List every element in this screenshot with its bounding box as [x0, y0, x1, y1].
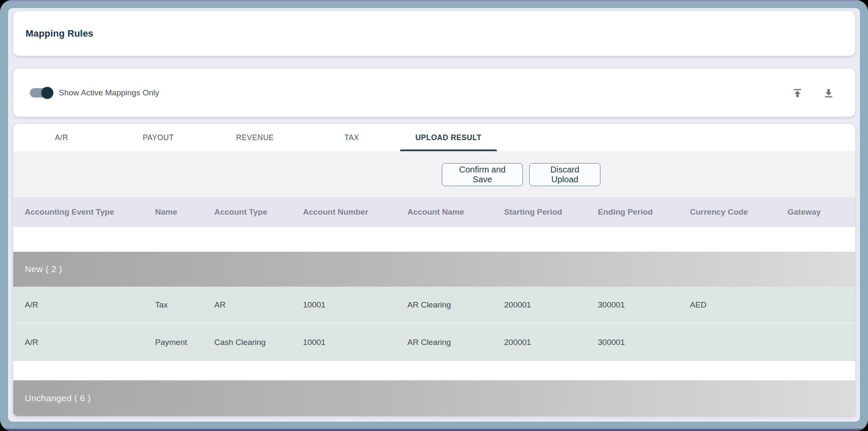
col-accounting-event-type: Accounting Event Type [25, 207, 155, 217]
table-spacer [13, 361, 855, 380]
tab-upload-result-label: UPLOAD RESULT [415, 133, 482, 142]
table-row: A/R Payment Cash Clearing 10001 AR Clear… [13, 323, 855, 361]
confirm-and-save-button[interactable]: Confirm and Save [442, 163, 523, 186]
main-card: A/R PAYOUT REVENUE TAX UPLOAD RESULT Con… [13, 124, 855, 416]
frame-top-edge [0, 0, 868, 1]
tab-payout-label: PAYOUT [143, 133, 174, 142]
col-starting-period: Starting Period [504, 207, 598, 217]
group-unchanged-label: Unchanged ( 6 ) [25, 393, 91, 403]
cell-ending-period: 300001 [598, 300, 690, 310]
table-header-row: Accounting Event Type Name Account Type … [13, 197, 855, 227]
page-title: Mapping Rules [26, 28, 93, 39]
actions-bar: Confirm and Save Discard Upload [13, 151, 855, 197]
controls-card: Show Active Mappings Only [13, 69, 855, 117]
table-spacer [13, 227, 855, 252]
tab-revenue[interactable]: REVENUE [207, 124, 303, 151]
tab-payout[interactable]: PAYOUT [110, 124, 207, 151]
title-card: Mapping Rules [13, 11, 855, 56]
download-icon[interactable] [822, 86, 835, 99]
cell-account-type: AR [214, 300, 303, 310]
tab-ar-label: A/R [55, 133, 68, 142]
cell-accounting-event-type: A/R [25, 338, 155, 347]
col-ending-period: Ending Period [598, 207, 690, 217]
col-account-type: Account Type [214, 207, 303, 217]
cell-name: Tax [155, 300, 214, 310]
download-icon-glyph [823, 87, 834, 99]
upload-icon[interactable] [791, 86, 804, 99]
discard-upload-button[interactable]: Discard Upload [529, 163, 600, 186]
active-mappings-toggle[interactable] [30, 88, 52, 98]
window-frame: Mapping Rules Show Active Mappings Only [0, 0, 868, 431]
cell-name: Payment [155, 338, 214, 347]
cell-account-name: AR Clearing [407, 338, 504, 347]
col-account-number: Account Number [303, 207, 407, 217]
cell-starting-period: 200001 [504, 300, 598, 310]
tab-ar[interactable]: A/R [13, 124, 110, 151]
cell-account-number: 10001 [303, 300, 407, 310]
tab-bar: A/R PAYOUT REVENUE TAX UPLOAD RESULT [13, 124, 855, 151]
col-currency-code: Currency Code [690, 207, 787, 217]
cell-account-type: Cash Clearing [214, 338, 303, 347]
toggle-knob[interactable] [41, 87, 53, 99]
toggle-label: Show Active Mappings Only [59, 69, 159, 117]
cell-starting-period: 200001 [504, 338, 598, 347]
tab-tax[interactable]: TAX [303, 124, 400, 151]
cell-accounting-event-type: A/R [25, 300, 155, 310]
group-header-unchanged[interactable]: Unchanged ( 6 ) [13, 380, 855, 416]
tab-upload-result[interactable]: UPLOAD RESULT [400, 124, 497, 151]
upload-icon-glyph [792, 87, 803, 99]
cell-currency-code: AED [690, 300, 787, 310]
group-new-label: New ( 2 ) [25, 264, 62, 274]
cell-account-name: AR Clearing [407, 300, 504, 310]
cell-ending-period: 300001 [598, 338, 690, 347]
col-gateway: Gateway [787, 207, 855, 217]
group-header-new[interactable]: New ( 2 ) [13, 252, 855, 287]
page-background: Mapping Rules Show Active Mappings Only [8, 8, 860, 422]
frame-bottom-edge [0, 428, 868, 431]
col-name: Name [155, 207, 214, 217]
table-row: A/R Tax AR 10001 AR Clearing 200001 3000… [13, 287, 855, 323]
cell-account-number: 10001 [303, 338, 407, 347]
tab-revenue-label: REVENUE [236, 133, 274, 142]
tab-tax-label: TAX [344, 133, 359, 142]
col-account-name: Account Name [407, 207, 504, 217]
